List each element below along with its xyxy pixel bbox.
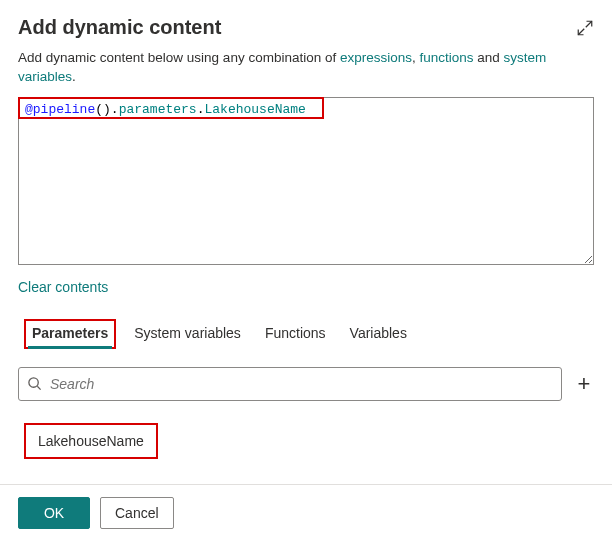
token-dot: . — [111, 102, 119, 117]
expand-icon[interactable] — [576, 19, 594, 37]
tab-variables[interactable]: Variables — [348, 319, 409, 349]
search-box[interactable] — [18, 367, 562, 401]
tab-parameters[interactable]: Parameters — [28, 319, 112, 349]
subtext-prefix: Add dynamic content below using any comb… — [18, 50, 340, 65]
sep1: , — [412, 50, 420, 65]
subtext-suffix: . — [72, 69, 76, 84]
cancel-button[interactable]: Cancel — [100, 497, 174, 529]
token-ident: pipeline — [33, 102, 95, 117]
token-parens: () — [95, 102, 111, 117]
token-at: @ — [25, 102, 33, 117]
footer: OK Cancel — [0, 484, 612, 541]
svg-point-0 — [29, 378, 38, 387]
ok-button[interactable]: OK — [18, 497, 90, 529]
parameter-item-lakehousename[interactable]: LakehouseName — [24, 423, 158, 459]
clear-contents-link[interactable]: Clear contents — [18, 279, 108, 295]
add-button[interactable]: + — [574, 371, 594, 397]
link-expressions[interactable]: expressions — [340, 50, 412, 65]
subtext: Add dynamic content below using any comb… — [18, 49, 594, 87]
sep2: and — [474, 50, 504, 65]
panel-title: Add dynamic content — [18, 16, 221, 39]
expression-editor[interactable]: @pipeline().parameters.LakehouseName — [18, 97, 594, 265]
tab-system-variables[interactable]: System variables — [132, 319, 243, 349]
link-functions[interactable]: functions — [420, 50, 474, 65]
search-input[interactable] — [48, 375, 553, 393]
tab-functions[interactable]: Functions — [263, 319, 328, 349]
tabs: Parameters System variables Functions Va… — [18, 319, 594, 349]
token-prop-lakehouse: LakehouseName — [204, 102, 305, 117]
highlight-annotation-tab: Parameters — [24, 319, 116, 349]
search-icon — [27, 376, 42, 391]
token-prop-parameters: parameters — [119, 102, 197, 117]
tab-parameters-label: Parameters — [32, 325, 108, 341]
